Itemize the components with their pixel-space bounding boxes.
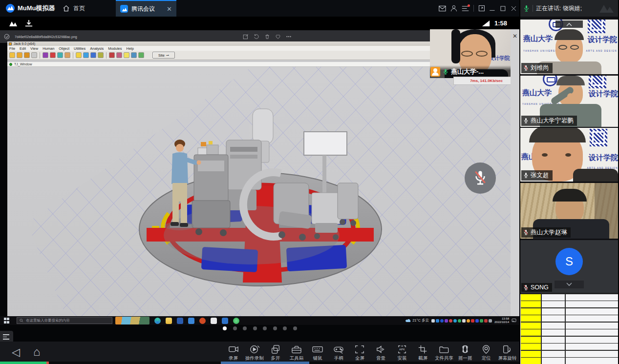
mic-muted-button[interactable] [465, 162, 496, 194]
page-dot[interactable] [273, 326, 277, 330]
tool-volume[interactable]: 音量 [370, 342, 391, 364]
word-icon[interactable] [177, 318, 183, 324]
tab-close-icon[interactable]: ✕ [167, 6, 172, 12]
favorite-icon[interactable] [275, 34, 281, 40]
jack-tool-icon[interactable] [57, 52, 63, 58]
participant-tile[interactable]: 燕山大学 设计学院 YANSHAN UNIVERSITY ARTS AND DE… [520, 20, 618, 74]
wechat-icon[interactable] [233, 318, 239, 324]
menu-file[interactable]: File [9, 46, 15, 51]
menu-human[interactable]: Human [43, 46, 54, 51]
edit-icon[interactable] [243, 34, 249, 40]
menu-modules[interactable]: Modules [108, 46, 122, 51]
close-icon[interactable] [511, 5, 517, 12]
page-dot[interactable] [233, 326, 237, 330]
menu-view[interactable]: View [30, 46, 38, 51]
tray-icon[interactable] [445, 319, 448, 323]
weather-widget[interactable]: 21°C 多云 [406, 318, 429, 323]
participant-tile[interactable]: 燕山大学赵琳 [520, 183, 618, 239]
tab-meeting[interactable]: 腾讯会议 ✕ [116, 0, 176, 17]
participant-tile[interactable]: 燕山大学 设计学院 YANSHAN UNIVERSITY 燕山大学宁岩鹏 [520, 76, 618, 127]
page-dot[interactable] [283, 326, 287, 330]
jack-tool-icon[interactable] [131, 52, 137, 58]
tray-icon[interactable] [480, 319, 483, 323]
start-button[interactable] [4, 318, 10, 324]
tool-keyboard-mouse[interactable]: 键鼠 [307, 342, 328, 364]
tray-icon[interactable] [467, 319, 470, 323]
tool-multi-instance[interactable]: 多开 [265, 342, 286, 364]
jack-tool-icon[interactable] [76, 52, 82, 58]
jack-tool-icon[interactable] [31, 52, 37, 58]
page-dot[interactable] [243, 326, 247, 330]
menu-utilities[interactable]: Utilities [74, 46, 85, 51]
participant-tile[interactable]: 燕山大学 设计学院 ARTS AND DESIGN 张文超 [520, 128, 618, 182]
maximize-icon[interactable] [500, 5, 506, 12]
mail-icon[interactable] [439, 5, 446, 12]
explorer-icon[interactable] [166, 318, 172, 324]
mumu-mark-icon[interactable] [8, 20, 18, 27]
tool-gamepad[interactable]: 手柄 [328, 342, 349, 364]
tray-icon[interactable] [436, 319, 439, 323]
expand-chevron-button[interactable] [555, 281, 584, 288]
notification-icon[interactable] [512, 318, 516, 323]
tray-icon[interactable] [453, 319, 457, 323]
tool-rotate-screen[interactable]: 屏幕旋转 [497, 342, 518, 364]
tray-icon[interactable] [458, 319, 461, 323]
jack-tool-icon[interactable] [64, 52, 70, 58]
taskbar-search[interactable]: 在这里输入你要搜索的内容 [17, 317, 112, 324]
collapse-chevron-button[interactable] [555, 20, 583, 28]
jack-tool-icon[interactable] [116, 52, 122, 58]
jack-tool-icon[interactable] [124, 52, 129, 58]
tray-icon[interactable] [440, 319, 444, 323]
tray-mic-icon[interactable] [431, 319, 435, 323]
page-dot[interactable] [263, 326, 267, 330]
menu-analysis[interactable]: Analysis [90, 46, 104, 51]
page-dot[interactable] [253, 326, 257, 330]
tool-toolbox[interactable]: 工具箱 [286, 342, 307, 364]
image-app-icon[interactable] [222, 318, 228, 324]
participant-tile[interactable]: S SONG [520, 240, 618, 293]
site-button[interactable]: Site⇀ [152, 52, 175, 59]
overlay-close-icon[interactable]: ✕ [512, 33, 517, 40]
android-home-button[interactable]: ⌂ [33, 342, 41, 362]
tool-record-screen[interactable]: 录屏 [223, 342, 244, 364]
page-dot-active[interactable] [223, 326, 227, 330]
tool-install-apk[interactable]: APK 安装 [391, 342, 412, 364]
jack-tool-icon[interactable] [9, 52, 15, 58]
minimize-icon[interactable] [489, 5, 495, 12]
jack-tool-icon[interactable] [24, 52, 30, 58]
jack-taskbar-icon[interactable] [211, 318, 217, 324]
jack-tool-icon[interactable] [43, 52, 48, 58]
tool-location[interactable]: 定位 [476, 342, 497, 364]
news-widget[interactable] [115, 317, 149, 324]
tray-icon[interactable] [471, 319, 474, 323]
tool-fullscreen[interactable]: 全屏 [349, 342, 370, 364]
tab-home[interactable]: 首页 [63, 0, 85, 17]
menu-object[interactable]: Object [59, 46, 69, 51]
tray-icon[interactable] [475, 319, 479, 323]
download-icon[interactable] [24, 20, 33, 27]
resize-window-icon[interactable] [478, 5, 485, 12]
jack-tool-icon[interactable] [109, 52, 115, 58]
menu-edit[interactable]: Edit [20, 46, 26, 51]
photos-icon[interactable] [188, 318, 194, 324]
delete-icon[interactable] [264, 34, 270, 40]
menu-help[interactable]: Help [127, 46, 134, 51]
tray-icon[interactable] [462, 319, 466, 323]
powerpoint-icon[interactable] [199, 318, 206, 324]
taskbar-clock[interactable]: 13:58 2022/10/14 [494, 317, 509, 324]
tray-icon[interactable] [489, 319, 492, 323]
speaker-video-overlay[interactable]: 设计学院 燕山大学-... [430, 29, 512, 78]
3d-viewport[interactable] [7, 67, 511, 316]
tray-icon[interactable] [449, 319, 452, 323]
tool-file-share[interactable]: 文件共享 [433, 342, 454, 364]
jack-tool-icon[interactable] [90, 52, 96, 58]
tool-shake[interactable]: 摇一摇 [455, 342, 476, 364]
jack-tool-icon[interactable] [50, 52, 56, 58]
android-back-button[interactable]: ◁ [12, 343, 20, 362]
jack-tool-icon[interactable] [138, 52, 144, 58]
page-dot[interactable] [293, 326, 297, 330]
jack-tool-icon[interactable] [98, 52, 104, 58]
tool-macro-record[interactable]: 操作录制 [244, 342, 265, 364]
jack-tool-icon[interactable] [83, 52, 89, 58]
account-icon[interactable] [450, 5, 457, 12]
